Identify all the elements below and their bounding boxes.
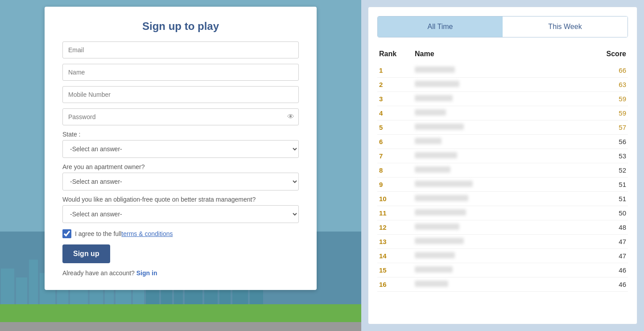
score-cell: 59 [573,109,626,117]
score-cell: 46 [573,281,626,288]
col-name-header: Name [415,50,573,58]
name-blur [415,95,453,101]
apartment-label: Are you an apartment owner? [62,163,299,170]
name-cell [415,238,573,245]
quote-label: Would you like an obligation-free quote … [62,196,299,203]
score-cell: 48 [573,223,626,231]
col-rank-header: Rank [379,50,415,58]
name-blur [415,209,466,215]
name-cell [415,281,573,288]
name-blur [415,266,453,273]
state-group: State : -Select an answer- [62,131,299,158]
rank-cell: 2 [379,81,415,88]
score-cell: 50 [573,209,626,217]
rank-cell: 5 [379,124,415,131]
terms-row: I agree to the full terms & conditions [62,229,299,238]
score-cell: 47 [573,252,626,260]
signup-form-card: Sign up to play 👁 State : -Select an ans… [45,7,317,290]
state-label: State : [62,131,299,138]
score-cell: 51 [573,195,626,203]
leaderboard-tabs: All Time This Week [377,16,628,37]
rank-cell: 11 [379,209,415,217]
rank-cell: 13 [379,238,415,245]
leaderboard-card: All Time This Week Rank Name Score 1 66 … [368,7,637,324]
name-blur [415,195,468,201]
signup-button[interactable]: Sign up [62,244,110,263]
left-panel: Sign up to play 👁 State : -Select an ans… [0,0,361,331]
table-row: 5 57 [377,120,628,135]
name-cell [415,252,573,260]
rank-cell: 1 [379,66,415,74]
name-cell [415,181,573,188]
tab-all-time[interactable]: All Time [378,17,503,37]
rank-cell: 7 [379,152,415,160]
rank-cell: 3 [379,95,415,103]
form-title: Sign up to play [62,20,299,33]
name-blur [415,181,473,187]
table-row: 2 63 [377,78,628,92]
password-group: 👁 [62,108,299,125]
name-cell [415,223,573,231]
name-cell [415,195,573,203]
signup-button-wrapper: Sign up [62,244,299,269]
email-group [62,41,299,58]
name-cell [415,166,573,174]
terms-prefix: I agree to the full [75,230,121,237]
name-cell [415,138,573,145]
table-row: 16 46 [377,277,628,292]
table-row: 7 53 [377,149,628,163]
tab-this-week[interactable]: This Week [503,17,627,37]
score-cell: 46 [573,266,626,274]
table-row: 13 47 [377,235,628,249]
name-input[interactable] [62,64,299,81]
apartment-select[interactable]: -Select an answer- [62,173,299,190]
name-blur [415,166,450,173]
password-input[interactable] [62,108,299,125]
quote-group: Would you like an obligation-free quote … [62,196,299,223]
rank-cell: 6 [379,138,415,145]
state-select[interactable]: -Select an answer- [62,140,299,158]
score-cell: 57 [573,124,626,131]
table-row: 10 51 [377,192,628,206]
quote-select[interactable]: -Select an answer- [62,205,299,223]
mobile-input[interactable] [62,86,299,103]
score-cell: 56 [573,138,626,145]
table-row: 6 56 [377,135,628,149]
email-input[interactable] [62,41,299,58]
right-panel: All Time This Week Rank Name Score 1 66 … [361,0,644,331]
name-blur [415,124,464,130]
score-cell: 59 [573,95,626,103]
password-toggle-icon[interactable]: 👁 [287,113,294,121]
rank-cell: 10 [379,195,415,203]
score-cell: 66 [573,66,626,74]
name-cell [415,209,573,217]
rank-cell: 12 [379,223,415,231]
name-cell [415,95,573,103]
road [0,322,361,331]
signin-link[interactable]: Sign in [136,269,157,277]
table-row: 9 51 [377,178,628,192]
score-cell: 63 [573,81,626,88]
name-cell [415,266,573,274]
name-blur [415,223,459,230]
name-blur [415,238,464,244]
terms-checkbox[interactable] [62,229,71,238]
password-wrapper: 👁 [62,108,299,125]
score-cell: 53 [573,152,626,160]
table-row: 4 59 [377,106,628,120]
name-blur [415,109,446,116]
name-blur [415,252,455,258]
terms-link[interactable]: terms & conditions [121,230,173,237]
name-cell [415,124,573,131]
name-blur [415,281,448,287]
table-row: 15 46 [377,263,628,277]
name-group [62,64,299,81]
name-blur [415,152,457,158]
signin-prefix: Already have an account? [62,269,135,277]
score-cell: 51 [573,181,626,188]
rank-cell: 9 [379,181,415,188]
table-row: 11 50 [377,206,628,220]
table-row: 14 47 [377,249,628,263]
name-cell [415,152,573,160]
table-row: 1 66 [377,63,628,78]
